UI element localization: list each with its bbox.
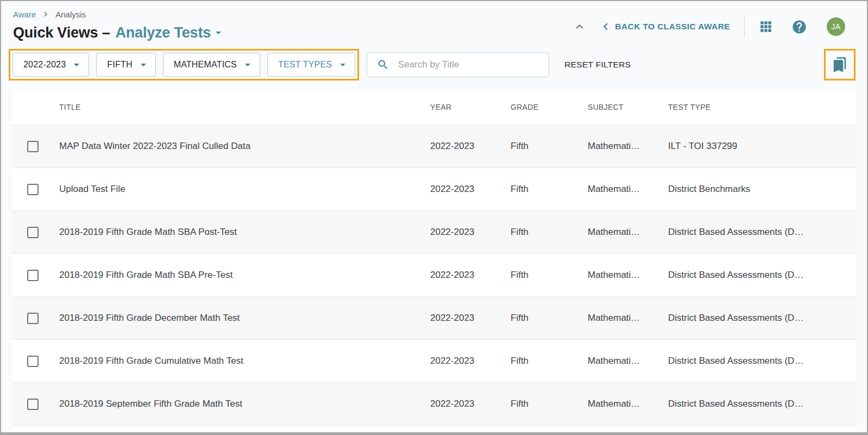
back-to-classic-label: BACK TO CLASSIC AWARE — [615, 22, 730, 32]
row-subject: Mathemati… — [588, 270, 668, 281]
avatar[interactable]: JA — [827, 17, 845, 36]
row-year: 2022-2023 — [430, 313, 511, 324]
help-button[interactable] — [791, 19, 807, 35]
header-actions: BACK TO CLASSIC AWARE JA — [573, 16, 845, 37]
chevron-up-icon — [573, 20, 587, 34]
breadcrumb-item-aware[interactable]: Aware — [13, 10, 36, 19]
row-checkbox-cell — [12, 356, 59, 367]
row-checkbox-cell — [12, 270, 59, 281]
caret-down-icon — [336, 58, 349, 71]
row-checkbox[interactable] — [27, 399, 39, 410]
bookmarks-icon — [832, 57, 848, 73]
filter-bar: 2022-2023 FIFTH MATHEMATICS TEST TYPES R — [9, 49, 856, 80]
chevron-right-icon — [41, 9, 51, 19]
row-subject: Mathemati… — [588, 141, 668, 152]
table-body: MAP Data Winter 2022-2023 Final Culled D… — [12, 125, 856, 426]
row-grade: Fifth — [511, 270, 588, 281]
row-checkbox-cell — [12, 141, 59, 152]
view-selector-label: Analyze Tests — [116, 24, 211, 41]
collapse-header-button[interactable] — [573, 20, 587, 34]
year-filter-dropdown[interactable]: 2022-2023 — [12, 53, 89, 77]
page-title-static: Quick Views – — [13, 24, 110, 41]
header-divider — [744, 16, 745, 38]
row-subject: Mathemati… — [588, 184, 668, 195]
row-test-type: District Based Assessments (D… — [668, 270, 856, 281]
row-checkbox-cell — [12, 399, 59, 410]
partial-next-row — [12, 426, 856, 434]
row-grade: Fifth — [511, 313, 588, 324]
arrow-drop-down-icon — [212, 26, 225, 39]
row-title: 2018-2019 Fifth Grade Math SBA Pre-Test — [59, 270, 430, 281]
row-title: 2018-2019 September Fifth Grade Math Tes… — [59, 399, 430, 409]
row-test-type: ILT - TOI 337299 — [668, 141, 856, 152]
search-input[interactable] — [398, 59, 541, 70]
row-checkbox[interactable] — [27, 141, 39, 152]
caret-down-icon — [241, 58, 254, 71]
row-year: 2022-2023 — [430, 270, 511, 281]
column-header-subject: SUBJECT — [588, 103, 668, 111]
row-test-type: District Benchmarks — [668, 184, 856, 195]
search-box — [367, 52, 549, 77]
row-title: 2018-2019 Fifth Grade December Math Test — [59, 313, 430, 324]
row-checkbox[interactable] — [27, 184, 39, 195]
table-row[interactable]: 2018-2019 Fifth Grade Math SBA Pre-Test … — [12, 254, 856, 297]
reset-filters-button[interactable]: RESET FILTERS — [564, 60, 631, 70]
bookmark-annotation-highlight — [824, 49, 856, 80]
row-test-type: District Based Assessments (D… — [668, 227, 856, 238]
column-header-grade: GRADE — [511, 103, 588, 111]
test-types-filter-label: TEST TYPES — [278, 60, 332, 70]
year-filter-label: 2022-2023 — [23, 60, 66, 70]
apps-menu-button[interactable] — [759, 20, 773, 34]
row-checkbox[interactable] — [27, 356, 39, 367]
search-icon — [377, 58, 389, 72]
row-checkbox-cell — [12, 313, 59, 324]
test-types-filter-dropdown[interactable]: TEST TYPES — [267, 53, 355, 77]
grid-apps-icon — [759, 20, 773, 34]
table-row[interactable]: MAP Data Winter 2022-2023 Final Culled D… — [12, 125, 856, 168]
breadcrumb-item-analysis: Analysis — [55, 10, 86, 19]
row-subject: Mathemati… — [588, 356, 668, 366]
column-header-year: YEAR — [430, 103, 511, 111]
row-checkbox[interactable] — [27, 270, 39, 281]
help-circle-icon — [791, 19, 807, 35]
saved-views-button[interactable] — [832, 57, 848, 73]
row-title: 2018-2019 Fifth Grade Cumulative Math Te… — [59, 356, 430, 366]
table-row[interactable]: 2018-2019 Fifth Grade December Math Test… — [12, 297, 856, 340]
row-grade: Fifth — [511, 356, 588, 366]
caret-down-icon — [70, 58, 83, 71]
grade-filter-dropdown[interactable]: FIFTH — [96, 53, 155, 77]
table-row[interactable]: Upload Test File 2022-2023 Fifth Mathema… — [12, 168, 856, 211]
row-grade: Fifth — [511, 141, 588, 152]
row-title: 2018-2019 Fifth Grade Math SBA Post-Test — [59, 227, 430, 238]
row-title: Upload Test File — [59, 184, 430, 195]
app-window: Aware Analysis Quick Views – Analyze Tes… — [0, 0, 868, 435]
caret-down-icon — [137, 58, 150, 71]
subject-filter-dropdown[interactable]: MATHEMATICS — [163, 53, 260, 77]
row-grade: Fifth — [511, 399, 588, 409]
row-grade: Fifth — [511, 227, 588, 238]
table-row[interactable]: 2018-2019 September Fifth Grade Math Tes… — [12, 383, 856, 426]
page-header: Aware Analysis Quick Views – Analyze Tes… — [1, 1, 867, 42]
back-to-classic-link[interactable]: BACK TO CLASSIC AWARE — [599, 20, 730, 34]
view-selector-dropdown[interactable]: Analyze Tests — [116, 24, 225, 41]
table-row[interactable]: 2018-2019 Fifth Grade Math SBA Post-Test… — [12, 211, 856, 254]
row-subject: Mathemati… — [588, 227, 668, 238]
column-header-title: TITLE — [59, 103, 430, 111]
table-row[interactable]: 2018-2019 Fifth Grade Cumulative Math Te… — [12, 340, 856, 383]
table-header-row: TITLE YEAR GRADE SUBJECT TEST TYPE — [12, 89, 856, 125]
row-grade: Fifth — [511, 184, 588, 195]
row-subject: Mathemati… — [588, 313, 668, 324]
row-checkbox[interactable] — [27, 313, 39, 324]
row-subject: Mathemati… — [588, 399, 668, 409]
row-year: 2022-2023 — [430, 141, 511, 152]
row-test-type: District Based Assessments (D… — [668, 313, 856, 324]
row-checkbox-cell — [12, 227, 59, 238]
grade-filter-label: FIFTH — [107, 60, 132, 70]
row-year: 2022-2023 — [430, 356, 511, 366]
row-test-type: District Based Assessments (D… — [668, 399, 856, 409]
row-checkbox[interactable] — [27, 227, 39, 238]
row-year: 2022-2023 — [430, 227, 511, 238]
row-year: 2022-2023 — [430, 399, 511, 409]
chevron-left-icon — [599, 20, 613, 34]
row-checkbox-cell — [12, 184, 59, 195]
